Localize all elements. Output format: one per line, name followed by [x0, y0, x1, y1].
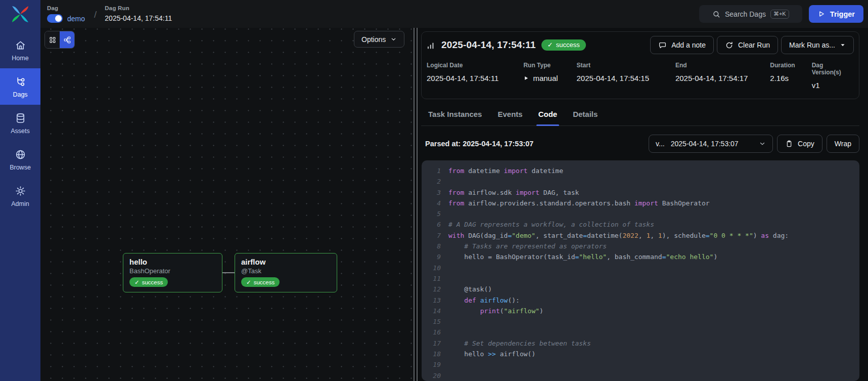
sidebar-item-label: Home — [12, 55, 28, 62]
search-shortcut-badge: ⌘+K — [770, 10, 789, 19]
sidebar-item-assets[interactable]: Assets — [0, 105, 40, 141]
code-line: 12 @task() — [422, 284, 859, 294]
code-line: 14 print("airflow") — [422, 306, 859, 316]
tab-task-instances[interactable]: Task Instances — [422, 103, 488, 125]
version-prefix: v... — [656, 140, 665, 148]
assets-icon — [15, 112, 26, 124]
dag-label: Dag — [47, 5, 85, 11]
code-line: 16 — [422, 327, 859, 337]
dag-code-viewer[interactable]: 1from datetime import datetime23from air… — [422, 160, 859, 381]
tab-details[interactable]: Details — [566, 103, 604, 125]
code-line: 8 # Tasks are represented as operators — [422, 241, 859, 251]
code-toolbar-actions: v... 2025-04-14, 17:53:07 Copy Wrap — [649, 135, 859, 153]
play-icon — [817, 10, 825, 18]
chevron-down-icon — [390, 36, 397, 43]
meta-duration: Duration 2.16s — [770, 62, 811, 90]
run-status-badge: ✓success — [541, 39, 586, 51]
sidebar-item-home[interactable]: Home — [0, 32, 40, 68]
mark-run-as-button[interactable]: Mark Run as... — [781, 36, 854, 54]
code-lines: 1from datetime import datetime23from air… — [422, 165, 859, 381]
sidebar-item-label: Admin — [11, 200, 29, 207]
check-icon: ✓ — [246, 279, 251, 286]
run-metadata: Logical Date 2025-04-14, 17:54:11 Run Ty… — [426, 62, 854, 90]
run-details-panel: 2025-04-14, 17:54:11 ✓success Add a note… — [418, 28, 868, 381]
dags-icon — [15, 76, 26, 88]
search-input[interactable]: Search Dags ⌘+K — [699, 5, 802, 23]
task-node-title: hello — [129, 258, 216, 266]
breadcrumb-dag: Dag demo — [47, 5, 85, 23]
breadcrumb-dag-run: Dag Run 2025-04-14, 17:54:11 — [105, 5, 172, 22]
task-node-title: airflow — [241, 258, 331, 266]
trigger-button[interactable]: Trigger — [809, 5, 863, 23]
airflow-logo[interactable] — [0, 0, 40, 28]
sidebar: Home Dags Assets Browse Admin — [0, 0, 40, 381]
tab-code[interactable]: Code — [532, 103, 564, 125]
caret-down-icon — [840, 42, 846, 48]
copy-button[interactable]: Copy — [777, 135, 823, 153]
run-header: 2025-04-14, 17:54:11 ✓success Add a note… — [426, 35, 854, 55]
clipboard-icon — [785, 140, 793, 148]
dag-pause-toggle[interactable] — [47, 14, 63, 23]
code-line: 1from datetime import datetime — [422, 165, 859, 176]
meta-logical-date: Logical Date 2025-04-14, 17:54:11 — [427, 62, 523, 90]
code-line: 4from airflow.providers.standard.operato… — [422, 198, 859, 208]
airflow-app: Home Dags Assets Browse Admin Dag — [0, 0, 868, 381]
code-line: 19 — [422, 359, 859, 370]
manual-run-icon — [523, 75, 529, 81]
trigger-label: Trigger — [830, 10, 855, 18]
meta-run-type: Run Type manual — [523, 62, 576, 90]
grid-view-button[interactable] — [45, 31, 60, 48]
code-line: 6# A DAG represents a workflow, a collec… — [422, 219, 859, 230]
code-line: 7with DAG(dag_id="demo", start_date=date… — [422, 230, 859, 241]
options-label: Options — [361, 35, 386, 44]
dag-graph-panel[interactable]: Options hello BashOperator ✓success airf… — [40, 28, 414, 381]
code-toolbar: Parsed at: 2025-04-14, 17:53:07 v... 202… — [421, 135, 859, 153]
sidebar-item-browse[interactable]: Browse — [0, 141, 40, 178]
check-icon: ✓ — [547, 41, 553, 49]
code-line: 20 — [422, 370, 859, 381]
run-tabs: Task Instances Events Code Details — [421, 103, 859, 126]
admin-icon — [15, 185, 26, 197]
task-node-operator: @Task — [241, 267, 331, 275]
browse-icon — [15, 149, 26, 160]
run-actions: Add a note Clear Run Mark Run as... — [650, 36, 854, 54]
add-note-button[interactable]: Add a note — [650, 36, 714, 54]
dag-run-value: 2025-04-14, 17:54:11 — [105, 14, 172, 22]
dag-name-link[interactable]: demo — [67, 15, 85, 23]
tab-events[interactable]: Events — [491, 103, 529, 125]
code-line: 11 — [422, 273, 859, 284]
task-edge — [222, 272, 235, 273]
code-line: 9 hello = BashOperator(task_id="hello", … — [422, 251, 859, 262]
meta-dag-versions: Dag Version(s) v1 — [812, 62, 854, 90]
wrap-label: Wrap — [835, 140, 851, 148]
sidebar-nav: Home Dags Assets Browse Admin — [0, 32, 40, 214]
home-icon — [15, 39, 26, 51]
code-line: 2 — [422, 176, 859, 187]
options-dropdown[interactable]: Options — [354, 31, 404, 48]
wrap-button[interactable]: Wrap — [827, 135, 859, 153]
clear-run-button[interactable]: Clear Run — [717, 36, 778, 54]
clear-run-label: Clear Run — [738, 41, 770, 49]
code-line: 15 — [422, 316, 859, 327]
task-status-badge: ✓success — [241, 277, 280, 287]
refresh-icon — [725, 41, 734, 50]
parsed-at-text: Parsed at: 2025-04-14, 17:53:07 — [421, 140, 533, 148]
dag-version-select[interactable]: v... 2025-04-14, 17:53:07 — [649, 135, 773, 153]
code-line: 10 — [422, 263, 859, 273]
sidebar-item-label: Browse — [10, 164, 31, 171]
check-icon: ✓ — [134, 279, 140, 286]
header-actions: Search Dags ⌘+K Trigger — [699, 5, 863, 23]
sidebar-item-dags[interactable]: Dags — [0, 68, 40, 105]
graph-icon — [63, 36, 71, 44]
run-title: 2025-04-14, 17:54:11 — [441, 39, 536, 51]
sidebar-item-label: Dags — [13, 91, 27, 98]
task-node-operator: BashOperator — [129, 267, 216, 275]
graph-view-button[interactable] — [60, 31, 74, 48]
task-node-hello[interactable]: hello BashOperator ✓success — [123, 253, 222, 292]
panel-splitter[interactable] — [414, 28, 418, 381]
task-status-badge: ✓success — [129, 277, 168, 287]
code-line: 3from airflow.sdk import DAG, task — [422, 187, 859, 198]
sidebar-item-admin[interactable]: Admin — [0, 178, 40, 214]
task-node-airflow[interactable]: airflow @Task ✓success — [235, 253, 337, 292]
search-icon — [712, 10, 720, 18]
